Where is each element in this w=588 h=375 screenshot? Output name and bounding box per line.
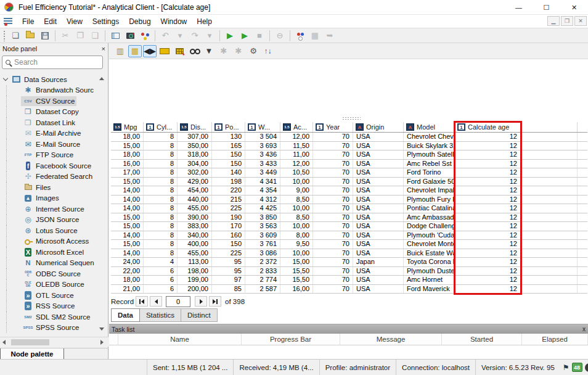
cell[interactable]: 17,00 xyxy=(111,168,144,177)
cell[interactable]: 11,00 xyxy=(280,150,313,159)
cell[interactable]: 8 xyxy=(144,142,178,150)
node-panel-close-icon[interactable]: × xyxy=(102,45,105,52)
cell[interactable]: Chevrolet Impala xyxy=(404,186,455,195)
prev-record-button[interactable] xyxy=(150,296,162,307)
table-row[interactable]: 14,008454,002204 3549,0070USAChevrolet I… xyxy=(111,186,587,196)
cell[interactable]: 9,50 xyxy=(280,240,313,249)
cell[interactable]: 85 xyxy=(212,285,245,294)
column-header-year[interactable]: 1Year xyxy=(313,122,353,132)
cell[interactable]: 2 774 xyxy=(245,276,280,284)
column-header-w-[interactable]: 1W... xyxy=(245,122,280,132)
share-icon[interactable] xyxy=(138,30,152,42)
first-record-button[interactable] xyxy=(136,296,148,307)
table-row[interactable]: 17,008302,001403 44910,5070USAFord Torin… xyxy=(111,168,587,178)
cell[interactable]: 390,00 xyxy=(178,213,212,222)
cell[interactable]: 8,50 xyxy=(280,213,313,222)
cell[interactable]: 12 xyxy=(455,285,521,294)
cell[interactable]: 8 xyxy=(144,168,178,177)
cell[interactable]: 10,50 xyxy=(280,168,313,177)
cell[interactable]: USA xyxy=(353,168,404,177)
cell[interactable]: USA xyxy=(353,178,404,186)
table-row[interactable]: 14,008455,002254 42510,0070USAPontiac Ca… xyxy=(111,204,587,213)
grid-view-icon[interactable]: ▦ xyxy=(128,45,142,57)
cell[interactable]: USA xyxy=(353,133,404,141)
cell[interactable]: 455,00 xyxy=(178,204,212,213)
tree-item-email-archive[interactable]: ✉E-Mail Archive xyxy=(0,128,94,139)
cell[interactable]: Amc Ambassado xyxy=(404,213,455,222)
cell[interactable]: 70 xyxy=(313,186,353,195)
tree-item-microsoft-excel[interactable]: XMicrosoft Excel xyxy=(0,247,94,258)
column-header-po-[interactable]: 1Po... xyxy=(212,122,245,132)
cell[interactable]: 8 xyxy=(144,133,178,141)
cell[interactable]: 16,00 xyxy=(111,160,144,168)
cell[interactable]: 220 xyxy=(212,186,245,195)
table-row[interactable]: 21,006200,00852 58716,0070USAFord Maveri… xyxy=(111,285,587,294)
mdi-minimize-button[interactable]: ▁ xyxy=(547,16,560,26)
cell[interactable]: 4 425 xyxy=(245,204,280,213)
cell[interactable]: 318,00 xyxy=(178,150,212,159)
cell[interactable]: 12 xyxy=(455,196,521,204)
cell[interactable]: 6 xyxy=(144,285,178,294)
cell[interactable]: 12 xyxy=(455,186,521,195)
tree-item-dataset-link[interactable]: ❒Dataset Link xyxy=(0,117,94,128)
cell[interactable]: 70 xyxy=(313,160,353,168)
cell[interactable]: 12,00 xyxy=(280,160,313,168)
cell[interactable]: 14,00 xyxy=(111,186,144,195)
cell[interactable]: USA xyxy=(353,142,404,150)
maximize-button[interactable]: ☐ xyxy=(533,0,560,15)
cell[interactable]: 440,00 xyxy=(178,196,212,204)
cell[interactable]: 150 xyxy=(212,160,245,168)
task-list-close-icon[interactable]: x xyxy=(582,326,586,332)
cell[interactable]: 11,50 xyxy=(280,142,313,150)
tree-item-csv-source[interactable]: CSVCSV Source xyxy=(0,96,94,107)
tree-item-odbc-source[interactable]: ODBCODBC Source xyxy=(0,268,94,279)
search-input[interactable] xyxy=(14,58,88,67)
cell[interactable]: Amc Rebel Sst xyxy=(404,160,455,168)
cell[interactable]: 10,00 xyxy=(280,222,313,231)
tab-statistics[interactable]: Statistics xyxy=(140,308,181,322)
cell[interactable]: 225 xyxy=(212,204,245,213)
cell[interactable]: USA xyxy=(353,222,404,231)
next-record-button[interactable] xyxy=(195,296,207,307)
scroll-thumb[interactable] xyxy=(11,339,49,345)
cell[interactable]: Plymouth Satellit xyxy=(404,150,455,159)
cell[interactable]: 95 xyxy=(212,258,245,266)
cell[interactable]: 198,00 xyxy=(178,267,212,276)
task-column-elapsed[interactable]: Elapsed xyxy=(522,334,588,345)
cell[interactable]: USA xyxy=(353,267,404,276)
table-row[interactable]: 15,008383,001703 56310,0070USADodge Chal… xyxy=(111,222,587,231)
cell[interactable]: 6 xyxy=(144,276,178,284)
tree-item-files[interactable]: Files xyxy=(0,182,94,193)
cell[interactable]: USA xyxy=(353,276,404,284)
cell[interactable]: Buick Skylark 320 xyxy=(404,142,455,150)
cell[interactable]: USA xyxy=(353,160,404,168)
cell[interactable]: 15,50 xyxy=(280,276,313,284)
save-icon[interactable] xyxy=(38,30,52,42)
cell[interactable]: 12 xyxy=(455,213,521,222)
tree-item-brandwatch-source[interactable]: ✱Brandwatch Sourc xyxy=(0,85,94,96)
menu-view[interactable]: View xyxy=(62,15,88,28)
cell[interactable]: 70 xyxy=(313,213,353,222)
cell[interactable]: USA xyxy=(353,249,404,258)
cell[interactable]: 97 xyxy=(212,276,245,284)
table-row[interactable]: 18,008318,001503 43611,0070USAPlymouth S… xyxy=(111,150,587,160)
cell[interactable]: 3 850 xyxy=(245,213,280,222)
cell[interactable]: Pontiac Catalina xyxy=(404,204,455,213)
cell[interactable]: 15,00 xyxy=(111,178,144,186)
cell[interactable]: Dodge Challenge xyxy=(404,222,455,231)
cell[interactable]: 70 xyxy=(313,258,353,266)
cell[interactable]: 8,00 xyxy=(280,231,313,240)
cell[interactable]: 14,00 xyxy=(111,249,144,258)
tree-item-lotus-source[interactable]: ⊛Lotus Source xyxy=(0,225,94,236)
cell[interactable]: 8 xyxy=(144,240,178,249)
cell[interactable]: 10,00 xyxy=(280,249,313,258)
cell[interactable]: 18,00 xyxy=(111,150,144,159)
cell[interactable]: 12 xyxy=(455,160,521,168)
cell[interactable]: 3 609 xyxy=(245,231,280,240)
cell[interactable]: 8 xyxy=(144,231,178,240)
cell[interactable]: 150 xyxy=(212,150,245,159)
cell[interactable]: 8 xyxy=(144,249,178,258)
cell[interactable]: 454,00 xyxy=(178,186,212,195)
cell[interactable]: 307,00 xyxy=(178,133,212,141)
cell[interactable]: 3 693 xyxy=(245,142,280,150)
